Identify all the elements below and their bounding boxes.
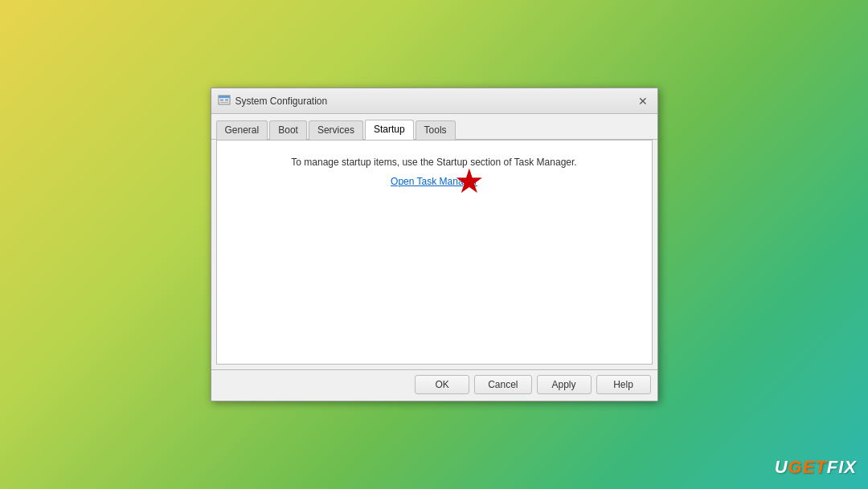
tab-startup[interactable]: Startup [365, 120, 414, 140]
tab-bar: General Boot Services Startup Tools [211, 114, 657, 140]
svg-rect-3 [225, 99, 228, 101]
button-row: OK Cancel Apply Help [211, 369, 657, 401]
title-bar: System Configuration ✕ [211, 88, 657, 114]
window-title: System Configuration [235, 96, 328, 107]
help-button[interactable]: Help [596, 375, 651, 394]
tab-services[interactable]: Services [309, 120, 363, 140]
tab-general[interactable]: General [216, 120, 268, 140]
svg-rect-4 [220, 102, 228, 103]
open-task-manager-link[interactable]: Open Task Manager [233, 176, 636, 187]
title-left: System Configuration [218, 95, 328, 108]
content-area: To manage startup items, use the Startup… [216, 140, 653, 365]
system-configuration-dialog: System Configuration ✕ General Boot Serv… [211, 88, 658, 401]
svg-rect-2 [220, 99, 223, 101]
ok-button[interactable]: OK [415, 375, 469, 394]
cancel-button[interactable]: Cancel [474, 375, 531, 394]
watermark: UGETFIX [775, 457, 857, 478]
watermark-get: GET [788, 457, 827, 477]
tab-tools[interactable]: Tools [416, 120, 456, 140]
svg-rect-1 [219, 96, 230, 98]
startup-message: To manage startup items, use the Startup… [233, 157, 636, 168]
watermark-u: U [775, 457, 788, 477]
apply-button[interactable]: Apply [537, 375, 592, 394]
close-button[interactable]: ✕ [635, 93, 651, 109]
tab-boot[interactable]: Boot [269, 120, 307, 140]
watermark-fix: FIX [827, 457, 857, 477]
window-icon [218, 95, 231, 108]
